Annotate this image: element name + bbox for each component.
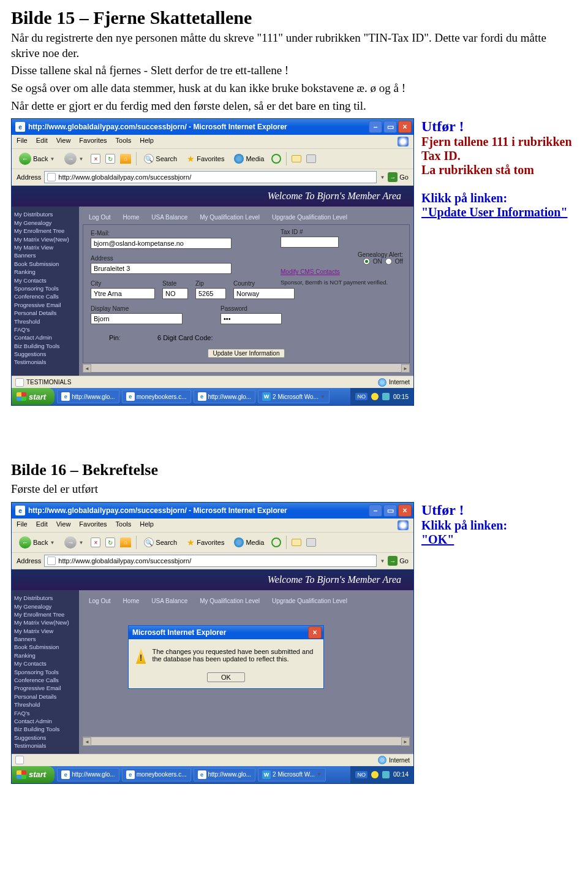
minimize-button[interactable]: – bbox=[369, 504, 382, 517]
sidebar-item[interactable]: Conference Calls bbox=[14, 676, 77, 684]
go-button[interactable]: →Go bbox=[388, 556, 409, 566]
sidebar-item[interactable]: Threshold bbox=[14, 701, 77, 709]
horizontal-scrollbar[interactable]: ◄► bbox=[83, 363, 410, 372]
mail-button[interactable] bbox=[292, 155, 301, 162]
lang-indicator[interactable]: NO bbox=[355, 771, 368, 778]
sidebar-item[interactable]: My Matrix View(New) bbox=[14, 235, 77, 243]
search-button[interactable]: 🔍Search bbox=[141, 153, 179, 165]
tab-logout[interactable]: Log Out bbox=[89, 214, 111, 221]
tab-upgrade[interactable]: Upgrade Qualification Level bbox=[272, 598, 347, 604]
search-button[interactable]: 🔍Search bbox=[141, 536, 179, 549]
sidebar-item[interactable]: FAQ's bbox=[14, 709, 77, 717]
sidebar-item[interactable]: My Genealogy bbox=[14, 219, 77, 227]
email-input[interactable] bbox=[91, 238, 232, 249]
menu-favorites[interactable]: Favorites bbox=[79, 520, 107, 530]
history-button[interactable] bbox=[271, 538, 281, 547]
sidebar-item[interactable]: FAQ's bbox=[14, 325, 77, 333]
sidebar-item[interactable]: My Distributors bbox=[14, 210, 77, 218]
menu-help[interactable]: Help bbox=[140, 137, 154, 146]
forward-button[interactable]: →▼ bbox=[62, 151, 86, 166]
sidebar-item[interactable]: My Matrix View bbox=[14, 243, 77, 251]
menu-view[interactable]: View bbox=[56, 137, 71, 146]
sidebar-item[interactable]: My Distributors bbox=[14, 594, 77, 602]
sidebar-item[interactable]: Sponsoring Tools bbox=[14, 284, 77, 292]
horizontal-scrollbar[interactable]: ◄► bbox=[83, 737, 410, 745]
sidebar-item[interactable]: Ranking bbox=[14, 268, 77, 276]
radio-off[interactable] bbox=[385, 258, 392, 265]
sidebar-item[interactable]: Suggestions bbox=[14, 350, 77, 358]
sidebar-item[interactable]: Testimonials bbox=[14, 358, 77, 366]
taskbar-item[interactable]: ehttp://www.glo... bbox=[57, 390, 119, 403]
tray-icon[interactable] bbox=[382, 771, 390, 778]
sidebar-item[interactable]: My Contacts bbox=[14, 276, 77, 284]
close-button[interactable]: × bbox=[398, 121, 412, 133]
favorites-button[interactable]: ★Favorites bbox=[184, 153, 227, 165]
dialog-ok-button[interactable]: OK bbox=[207, 672, 245, 682]
address-dropdown[interactable]: ▼ bbox=[380, 175, 385, 180]
sidebar-item[interactable]: My Contacts bbox=[14, 659, 77, 667]
tab-logout[interactable]: Log Out bbox=[89, 598, 111, 604]
sidebar-item[interactable]: Suggestions bbox=[14, 734, 77, 742]
forward-button[interactable]: →▼ bbox=[62, 535, 86, 550]
tab-qualification[interactable]: My Qualification Level bbox=[200, 598, 260, 604]
sidebar-item[interactable]: Book Submission bbox=[14, 643, 77, 651]
tray-icon[interactable] bbox=[382, 393, 390, 400]
sidebar-item[interactable]: My Matrix View(New) bbox=[14, 618, 77, 626]
taskbar-item[interactable]: ehttp://www.glo... bbox=[57, 768, 119, 781]
sidebar-item[interactable]: Banners bbox=[14, 635, 77, 643]
sidebar-item[interactable]: Testimonials bbox=[14, 742, 77, 750]
sidebar-item[interactable]: Progressive Email bbox=[14, 301, 77, 309]
tab-usa-balance[interactable]: USA Balance bbox=[151, 214, 187, 221]
tab-qualification[interactable]: My Qualification Level bbox=[200, 214, 260, 221]
sidebar-item[interactable]: Book Submission bbox=[14, 260, 77, 268]
print-button[interactable] bbox=[306, 154, 316, 163]
menu-help[interactable]: Help bbox=[140, 520, 154, 530]
address-field[interactable]: http://www.globaldailypay.com/successbjo… bbox=[44, 171, 377, 183]
taskbar-item[interactable]: W2 Microsoft Wo...▼ bbox=[258, 390, 330, 403]
media-button[interactable]: Media bbox=[232, 536, 266, 549]
sidebar-item[interactable]: Threshold bbox=[14, 317, 77, 325]
address-field[interactable]: http://www.globaldailypay.com/successbjo… bbox=[44, 555, 377, 567]
taskbar-item[interactable]: ehttp://www.glo... bbox=[194, 768, 256, 781]
menu-view[interactable]: View bbox=[56, 520, 71, 530]
back-button[interactable]: ←Back▼ bbox=[17, 151, 57, 166]
update-user-button[interactable]: Update User Information bbox=[208, 349, 285, 358]
taskbar-item[interactable]: emoneybookers.c... bbox=[122, 390, 191, 403]
tab-usa-balance[interactable]: USA Balance bbox=[151, 598, 187, 604]
go-button[interactable]: →Go bbox=[388, 172, 409, 182]
close-button[interactable]: × bbox=[398, 504, 412, 517]
mail-button[interactable] bbox=[292, 539, 301, 546]
start-button[interactable]: start bbox=[12, 388, 55, 405]
sidebar-item[interactable]: Contact Admin bbox=[14, 717, 77, 725]
taxid-input[interactable] bbox=[281, 237, 339, 248]
sidebar-item[interactable]: Personal Details bbox=[14, 309, 77, 317]
sidebar-item[interactable]: My Enrollment Tree bbox=[14, 227, 77, 235]
address-dropdown[interactable]: ▼ bbox=[380, 558, 385, 564]
refresh-button[interactable]: ↻ bbox=[105, 154, 115, 164]
maximize-button[interactable]: ▭ bbox=[383, 121, 397, 133]
print-button[interactable] bbox=[306, 538, 316, 547]
sidebar-item[interactable]: My Enrollment Tree bbox=[14, 610, 77, 618]
modify-cms-link[interactable]: Modify CMS Contacts bbox=[281, 268, 340, 275]
sidebar-item[interactable]: Conference Calls bbox=[14, 292, 77, 300]
sidebar-item[interactable]: Contact Admin bbox=[14, 333, 77, 341]
home-button[interactable]: ⌂ bbox=[120, 154, 131, 164]
favorites-button[interactable]: ★Favorites bbox=[184, 536, 227, 549]
media-button[interactable]: Media bbox=[232, 153, 266, 165]
tray-icon[interactable] bbox=[371, 771, 379, 778]
state-input[interactable] bbox=[162, 288, 188, 299]
tab-home[interactable]: Home bbox=[123, 214, 140, 221]
menu-edit[interactable]: Edit bbox=[36, 520, 48, 530]
menu-file[interactable]: File bbox=[17, 520, 28, 530]
password-input[interactable] bbox=[221, 313, 282, 324]
sidebar-item[interactable]: Sponsoring Tools bbox=[14, 668, 77, 676]
menu-file[interactable]: File bbox=[17, 137, 28, 146]
tab-home[interactable]: Home bbox=[123, 598, 140, 604]
stop-button[interactable]: × bbox=[91, 538, 100, 547]
address-input[interactable] bbox=[91, 263, 232, 274]
sidebar-item[interactable]: Personal Details bbox=[14, 693, 77, 701]
sidebar-item[interactable]: Progressive Email bbox=[14, 684, 77, 692]
sidebar-item[interactable]: Ranking bbox=[14, 652, 77, 659]
lang-indicator[interactable]: NO bbox=[355, 393, 368, 400]
taskbar-item[interactable]: emoneybookers.c... bbox=[122, 768, 191, 781]
